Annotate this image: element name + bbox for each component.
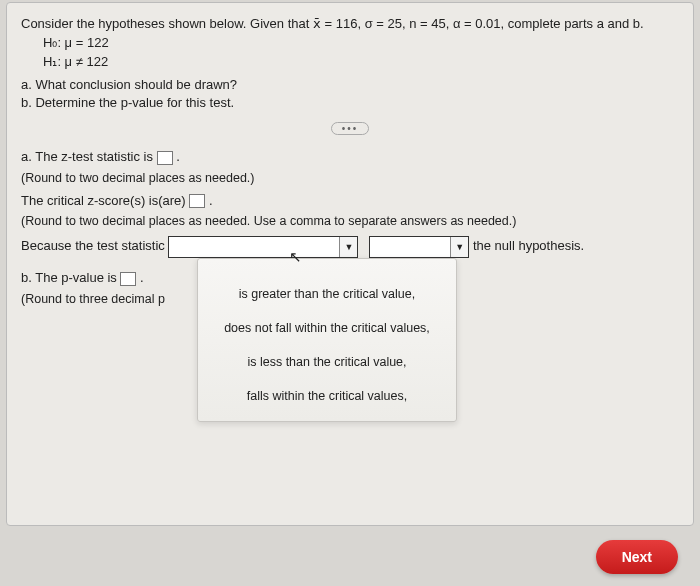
comparison-dropdown[interactable]: ▼ (168, 236, 358, 258)
because-pre: Because the test statistic (21, 239, 168, 254)
crit-pre: The critical z-score(s) is(are) (21, 193, 189, 208)
question-panel: Consider the hypotheses shown below. Giv… (6, 2, 694, 526)
section-divider: ••• (21, 120, 679, 135)
round-note-1: (Round to two decimal places as needed.) (21, 171, 679, 185)
dropdown-option[interactable]: does not fall within the critical values… (206, 311, 448, 345)
dropdown-option[interactable]: is less than the critical value, (206, 345, 448, 379)
pvalue-post: . (140, 270, 144, 285)
because-post: the null hypothesis. (473, 239, 584, 254)
z-stat-post: . (176, 149, 180, 164)
z-stat-pre: a. The z-test statistic is (21, 149, 157, 164)
part-b-question: b. Determine the p-value for this test. (21, 95, 679, 110)
z-stat-input[interactable] (157, 151, 173, 165)
hypothesis-null: H₀: μ = 122 (43, 35, 679, 50)
chevron-down-icon: ▼ (339, 237, 357, 257)
crit-line: The critical z-score(s) is(are) . (21, 193, 679, 209)
z-stat-line: a. The z-test statistic is . (21, 149, 679, 165)
pvalue-pre: b. The p-value is (21, 270, 120, 285)
hypothesis-alt: H₁: μ ≠ 122 (43, 54, 679, 69)
round-note-2: (Round to two decimal places as needed. … (21, 214, 679, 228)
dropdown-option[interactable]: falls within the critical values, (206, 379, 448, 413)
pvalue-input[interactable] (120, 272, 136, 286)
part-a-question: a. What conclusion should be drawn? (21, 77, 679, 92)
crit-post: . (209, 193, 213, 208)
because-line: Because the test statistic ▼ ▼ the null … (21, 236, 679, 258)
chevron-down-icon: ▼ (450, 237, 468, 257)
dropdown-options-popup: is greater than the critical value, does… (197, 258, 457, 422)
crit-input[interactable] (189, 194, 205, 208)
prompt-text: Consider the hypotheses shown below. Giv… (21, 16, 679, 31)
dropdown-option[interactable]: is greater than the critical value, (206, 277, 448, 311)
decision-dropdown[interactable]: ▼ (369, 236, 469, 258)
divider-dots[interactable]: ••• (331, 122, 370, 135)
next-button[interactable]: Next (596, 540, 678, 574)
